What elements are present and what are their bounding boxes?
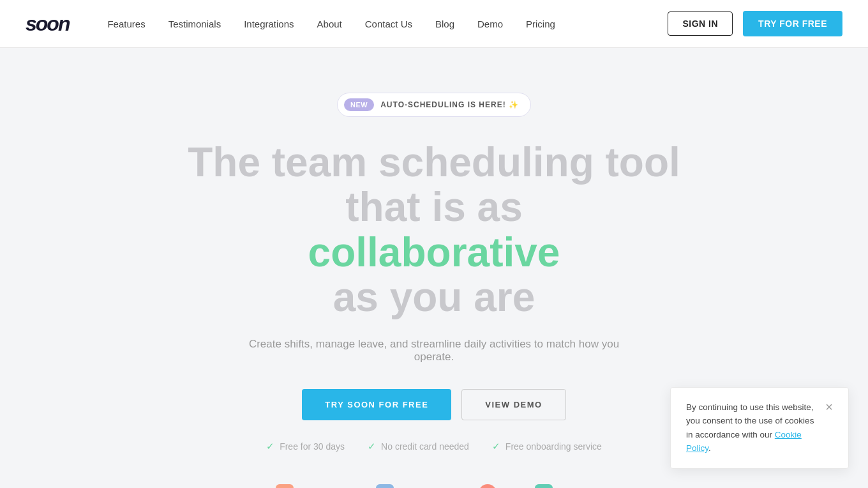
cookie-text: By continuing to use this website, you c… (686, 400, 818, 455)
nav-pricing[interactable]: Pricing (526, 19, 555, 29)
perk-no-card: ✓ No credit card needed (368, 441, 469, 452)
capterra-icon: ◀ (276, 484, 294, 488)
perk-label-3: Free onboarding service (505, 441, 602, 452)
logo-getapp: ► GetApp (535, 484, 592, 488)
logo-capterra: ◀ Capterra (276, 484, 338, 488)
logo[interactable]: soon (26, 12, 69, 36)
nav-testimonials[interactable]: Testimonials (168, 19, 221, 29)
check-icon-2: ✓ (368, 441, 376, 452)
cookie-banner: By continuing to use this website, you c… (670, 387, 849, 469)
hero-subtext: Create shifts, manage leave, and streaml… (243, 338, 625, 363)
try-for-free-button[interactable]: TRY FOR FREE (743, 11, 842, 36)
nav-features[interactable]: Features (107, 19, 145, 29)
hero-headline-line2: as you are (333, 275, 535, 319)
g2-icon: G (479, 484, 497, 488)
hero-headline-line1: The team scheduling tool that is as (147, 140, 721, 230)
perk-onboarding: ✓ Free onboarding service (492, 441, 602, 452)
logo-g2: G (479, 484, 497, 488)
nav-blog[interactable]: Blog (435, 19, 454, 29)
navbar: soon Features Testimonials Integrations … (0, 0, 868, 48)
view-demo-button[interactable]: VIEW DEMO (461, 389, 565, 420)
hero-perks: ✓ Free for 30 days ✓ No credit card need… (266, 441, 602, 452)
partner-logos: ◀ Capterra C crozdesk G ► GetApp (276, 484, 593, 488)
cookie-banner-header: By continuing to use this website, you c… (686, 400, 833, 455)
logo-crozdesk: C crozdesk (376, 484, 440, 488)
nav-contact[interactable]: Contact Us (365, 19, 412, 29)
getapp-icon: ► (535, 484, 553, 488)
crozdesk-icon: C (376, 484, 394, 488)
cookie-close-button[interactable]: × (825, 400, 833, 413)
check-icon-3: ✓ (492, 441, 500, 452)
badge-announcement-text: AUTO-SCHEDULING IS HERE! ✨ (380, 100, 519, 109)
auto-scheduling-badge[interactable]: NEW AUTO-SCHEDULING IS HERE! ✨ (337, 93, 531, 117)
check-icon-1: ✓ (266, 441, 274, 452)
perk-label-1: Free for 30 days (280, 441, 345, 452)
cookie-text-after-link: . (708, 443, 711, 453)
nav-actions: SIGN IN TRY FOR FREE (668, 11, 842, 36)
perk-free-days: ✓ Free for 30 days (266, 441, 345, 452)
badge-new-label: NEW (344, 98, 374, 111)
hero-cta-buttons: TRY SOON FOR FREE VIEW DEMO (302, 389, 565, 420)
sign-in-button[interactable]: SIGN IN (668, 11, 733, 36)
hero-headline-green: collaborative (308, 230, 560, 275)
nav-demo[interactable]: Demo (477, 19, 503, 29)
nav-about[interactable]: About (317, 19, 342, 29)
perk-label-2: No credit card needed (381, 441, 469, 452)
nav-links: Features Testimonials Integrations About… (107, 19, 668, 29)
try-soon-button[interactable]: TRY SOON FOR FREE (302, 389, 451, 420)
nav-integrations[interactable]: Integrations (244, 19, 294, 29)
